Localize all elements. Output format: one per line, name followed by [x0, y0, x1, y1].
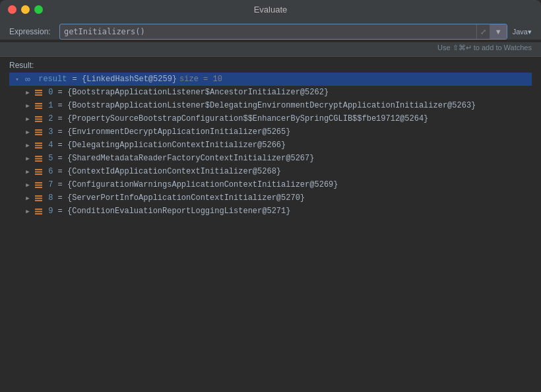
item-index-4: 4	[44, 141, 58, 150]
result-label: Result:	[9, 61, 532, 70]
title-bar: Evaluate	[0, 0, 541, 18]
java-lang-button[interactable]: Java▾	[513, 28, 532, 36]
expression-label: Expression:	[9, 27, 51, 36]
expand-arrow-1: ▶	[22, 100, 33, 111]
expression-input-wrap: ⤢ ▼	[59, 24, 507, 40]
minimize-button[interactable]	[21, 5, 30, 14]
expand-arrow-9: ▶	[22, 206, 33, 216]
list-icon-0	[33, 87, 44, 98]
list-icon-6	[33, 166, 44, 177]
svg-rect-26	[35, 200, 42, 201]
tree-item-row[interactable]: ▶ 0 = {BootstrapApplicationListener$Ance…	[9, 86, 532, 99]
item-index-7: 7	[44, 180, 58, 189]
item-value-7: {ConfigurationWarningsApplicationContext…	[67, 180, 338, 189]
item-equals-2: =	[58, 114, 67, 123]
svg-rect-9	[35, 129, 42, 131]
tree-item-row[interactable]: ▶ 7 = {ConfigurationWarningsApplicationC…	[9, 178, 532, 191]
svg-rect-2	[35, 94, 42, 96]
svg-rect-11	[35, 134, 42, 135]
item-equals-7: =	[58, 180, 67, 189]
svg-rect-0	[35, 90, 42, 91]
expand-arrow-7: ▶	[22, 180, 33, 190]
item-equals-5: =	[58, 154, 67, 163]
window-title: Evaluate	[254, 5, 288, 15]
svg-rect-24	[35, 195, 42, 197]
hint-text: Use ⇧⌘↵ to add to Watches	[437, 44, 532, 52]
item-equals-8: =	[58, 193, 67, 203]
svg-rect-14	[35, 147, 42, 148]
svg-rect-20	[35, 174, 42, 175]
item-value-6: {ContextIdApplicationContextInitializer@…	[67, 167, 281, 176]
tree-item-row[interactable]: ▶ 6 = {ContextIdApplicationContextInitia…	[9, 165, 532, 178]
expand-arrow-0: ▶	[22, 87, 33, 98]
svg-rect-21	[35, 182, 42, 183]
item-equals-1: =	[58, 101, 67, 110]
expand-arrow-3: ▶	[22, 127, 33, 137]
expand-arrow-root: ▾	[12, 74, 22, 84]
root-size: size = 10	[179, 75, 222, 84]
item-value-0: {BootstrapApplicationListener$AncestorIn…	[67, 88, 329, 97]
list-icon-1	[33, 100, 44, 111]
svg-rect-23	[35, 187, 42, 188]
tree-item-row[interactable]: ▶ 9 = {ConditionEvaluationReportLoggingL…	[9, 205, 532, 218]
result-area: Result: ▾ ∞ result = {LinkedHashSet@5259…	[0, 57, 541, 218]
item-index-9: 9	[44, 207, 58, 216]
item-index-3: 3	[44, 127, 58, 137]
svg-rect-4	[35, 105, 42, 106]
header-area: Expression: ⤢ ▼ Java▾	[0, 18, 541, 40]
tree-item-row[interactable]: ▶ 8 = {ServerPortInfoApplicationContextI…	[9, 191, 532, 205]
item-value-9: {ConditionEvaluationReportLoggingListene…	[67, 207, 290, 216]
infinity-icon: ∞	[22, 74, 33, 84]
tree-item-row[interactable]: ▶ 4 = {DelegatingApplicationContextIniti…	[9, 139, 532, 152]
tree-item-row[interactable]: ▶ 3 = {EnvironmentDecryptApplicationInit…	[9, 125, 532, 139]
item-index-5: 5	[44, 154, 58, 163]
expand-arrow-5: ▶	[22, 153, 33, 164]
root-equals: =	[67, 75, 82, 84]
maximize-button[interactable]	[34, 5, 43, 14]
svg-rect-13	[35, 145, 42, 146]
item-value-1: {BootstrapApplicationListener$Delegating…	[67, 101, 476, 110]
tree-root-row[interactable]: ▾ ∞ result = {LinkedHashSet@5259} size =…	[9, 73, 532, 86]
svg-rect-7	[35, 118, 42, 119]
item-index-1: 1	[44, 101, 58, 110]
resize-expression-button[interactable]: ⤢	[476, 24, 490, 39]
svg-rect-5	[35, 108, 42, 109]
svg-rect-22	[35, 184, 42, 185]
expand-arrow-6: ▶	[22, 166, 33, 177]
svg-rect-28	[35, 211, 42, 212]
list-icon-3	[33, 127, 44, 137]
item-value-5: {SharedMetadataReaderFactoryContextIniti…	[67, 154, 314, 163]
tree-container[interactable]: ▾ ∞ result = {LinkedHashSet@5259} size =…	[9, 73, 532, 218]
svg-rect-19	[35, 171, 42, 172]
item-equals-3: =	[58, 127, 67, 137]
item-equals-6: =	[58, 167, 67, 176]
tree-item-row[interactable]: ▶ 1 = {BootstrapApplicationListener$Dele…	[9, 99, 532, 112]
svg-rect-12	[35, 143, 42, 144]
svg-rect-29	[35, 213, 42, 214]
item-index-6: 6	[44, 167, 58, 176]
svg-rect-27	[35, 209, 42, 210]
root-var-value: {LinkedHashSet@5259}	[82, 75, 177, 84]
item-value-4: {DelegatingApplicationContextInitializer…	[67, 141, 286, 150]
list-icon-9	[33, 206, 44, 216]
item-index-0: 0	[44, 88, 58, 97]
history-dropdown-button[interactable]: ▼	[490, 24, 507, 39]
list-icon-5	[33, 153, 44, 164]
svg-rect-8	[35, 121, 42, 122]
svg-rect-1	[35, 92, 42, 93]
window-controls	[8, 5, 43, 14]
svg-rect-16	[35, 158, 42, 159]
svg-rect-6	[35, 116, 42, 117]
close-button[interactable]	[8, 5, 16, 14]
expand-arrow-8: ▶	[22, 193, 33, 203]
tree-item-row[interactable]: ▶ 2 = {PropertySourceBootstrapConfigurat…	[9, 112, 532, 125]
item-value-2: {PropertySourceBootstrapConfiguration$$E…	[67, 114, 428, 123]
expression-input[interactable]	[60, 24, 476, 39]
svg-rect-18	[35, 169, 42, 170]
hint-area: Use ⇧⌘↵ to add to Watches	[0, 42, 541, 57]
tree-item-row[interactable]: ▶ 5 = {SharedMetadataReaderFactoryContex…	[9, 152, 532, 165]
expression-row: Expression: ⤢ ▼ Java▾	[9, 24, 532, 40]
expand-arrow-4: ▶	[22, 140, 33, 150]
svg-rect-25	[35, 197, 42, 199]
list-icon-2	[33, 114, 44, 124]
